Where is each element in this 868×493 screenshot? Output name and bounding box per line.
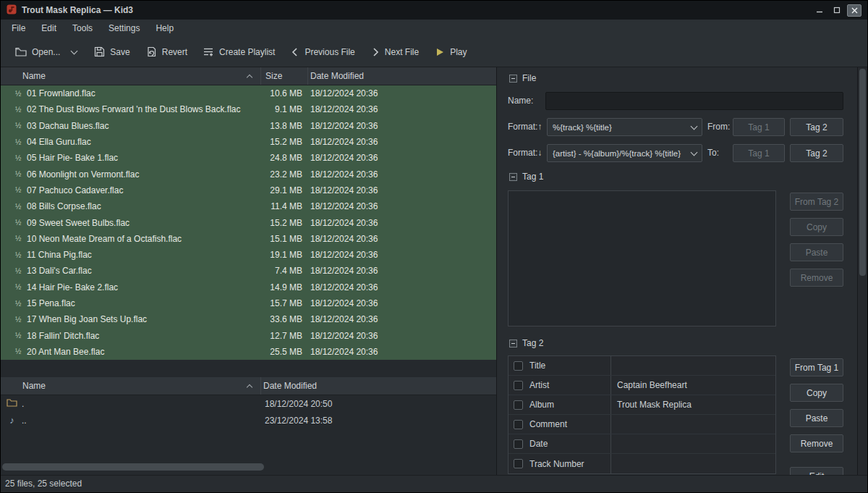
file-row[interactable]: ½ 03 Dachau Blues.flac 13.8 MB 18/12/202… [1, 118, 496, 134]
date-checkbox[interactable] [514, 439, 523, 449]
save-button[interactable]: Save [90, 42, 134, 62]
file-name: 01 Frownland.flac [27, 88, 95, 98]
file-size: 7.4 MB [261, 266, 308, 276]
open-dropdown-button[interactable] [66, 46, 82, 58]
remove-button[interactable]: Remove [790, 434, 843, 452]
title-value[interactable] [611, 356, 775, 375]
to-tag-2-button[interactable]: Tag 2 [790, 144, 843, 162]
album-value[interactable]: Trout Mask Replica [611, 395, 775, 414]
file-row[interactable]: ½ 02 The Dust Blows Forward 'n the Dust … [1, 101, 496, 117]
tag-state-icon: ½ [15, 283, 27, 291]
remove-button: Remove [790, 269, 843, 287]
file-modified: 18/12/2024 20:36 [308, 218, 496, 228]
dir-row[interactable]: . 18/12/2024 20:50 [1, 395, 496, 412]
file-modified: 18/12/2024 20:36 [308, 331, 496, 341]
close-button[interactable] [847, 4, 861, 17]
file-modified: 18/12/2024 20:36 [308, 234, 496, 244]
tag-state-icon: ½ [15, 138, 27, 146]
file-row[interactable]: ½ 09 Sweet Sweet Bulbs.flac 15.2 MB 18/1… [1, 214, 496, 230]
revert-icon [146, 46, 157, 57]
file-row[interactable]: ½ 05 Hair Pie- Bake 1.flac 24.8 MB 18/12… [1, 150, 496, 166]
title-checkbox[interactable] [514, 361, 523, 371]
file-row[interactable]: ½ 07 Pachuco Cadaver.flac 29.1 MB 18/12/… [1, 182, 496, 198]
column-header-size[interactable]: Size [261, 67, 308, 85]
format-to-filename-combo[interactable]: {artist} - %{album}/%{track} %{title} [547, 144, 702, 162]
horizontal-scrollbar-thumb[interactable] [2, 463, 264, 471]
toolbar: Open... Save Revert Create Playlist Pre [1, 37, 867, 67]
horizontal-scrollbar[interactable] [1, 463, 495, 471]
column-header-modified[interactable]: Date Modified [261, 377, 496, 395]
album-checkbox[interactable] [514, 400, 523, 410]
vertical-scrollbar[interactable] [857, 67, 867, 475]
file-name: 07 Pachuco Cadaver.flac [27, 185, 123, 195]
minimize-button[interactable] [812, 4, 827, 17]
file-name: 14 Hair Pie- Bake 2.flac [27, 282, 118, 292]
album-label: Album [529, 400, 554, 410]
menu-file[interactable]: File [4, 20, 33, 37]
previous-file-button[interactable]: Previous File [286, 43, 359, 62]
paste-button[interactable]: Paste [790, 409, 843, 427]
file-row[interactable]: ½ 01 Frownland.flac 10.6 MB 18/12/2024 2… [1, 85, 496, 101]
create-playlist-button[interactable]: Create Playlist [199, 43, 279, 62]
tag-state-icon: ½ [15, 154, 27, 162]
column-header-name[interactable]: Name [1, 377, 261, 395]
tag2-section-header[interactable]: Tag 2 [509, 338, 543, 348]
comment-checkbox[interactable] [514, 420, 523, 429]
file-row[interactable]: ½ 20 Ant Man Bee.flac 25.5 MB 18/12/2024… [1, 344, 496, 360]
copy-button[interactable]: Copy [790, 384, 843, 402]
file-row[interactable]: ½ 06 Moonlight on Vermont.flac 23.2 MB 1… [1, 166, 496, 182]
file-size: 12.7 MB [261, 331, 308, 341]
collapse-icon[interactable] [509, 173, 517, 181]
track-number-checkbox[interactable] [514, 459, 523, 468]
file-row[interactable]: ½ 13 Dali's Car.flac 7.4 MB 18/12/2024 2… [1, 263, 496, 279]
file-row[interactable]: ½ 18 Fallin' Ditch.flac 12.7 MB 18/12/20… [1, 327, 496, 343]
format-from-filename-combo[interactable]: %{track} %{title} [547, 118, 702, 136]
tag1-fields-area [508, 190, 776, 326]
file-size: 15.7 MB [261, 298, 308, 308]
menu-edit[interactable]: Edit [33, 20, 64, 37]
date-value[interactable] [611, 434, 775, 453]
vertical-scrollbar-thumb[interactable] [859, 69, 866, 276]
filename-input[interactable] [545, 92, 843, 110]
file-size: 25.5 MB [261, 347, 308, 357]
file-row[interactable]: ½ 08 Bills Corpse.flac 11.4 MB 18/12/202… [1, 198, 496, 214]
file-row[interactable]: ½ 17 When Big Joan Sets Up.flac 33.6 MB … [1, 311, 496, 327]
maximize-button[interactable] [830, 4, 844, 17]
comment-value[interactable] [611, 415, 775, 434]
column-header-modified[interactable]: Date Modified [308, 67, 496, 85]
file-modified: 18/12/2024 20:36 [308, 169, 496, 180]
tag1-section-header[interactable]: Tag 1 [509, 172, 543, 182]
menu-help[interactable]: Help [148, 20, 182, 37]
menu-settings[interactable]: Settings [101, 20, 148, 37]
save-icon [94, 46, 105, 57]
column-header-name[interactable]: Name [1, 67, 261, 85]
file-row[interactable]: ½ 15 Pena.flac 15.7 MB 18/12/2024 20:36 [1, 295, 496, 311]
play-button[interactable]: Play [430, 43, 471, 62]
file-modified: 18/12/2024 20:36 [308, 266, 496, 276]
artist-checkbox[interactable] [514, 381, 523, 390]
from-tag-2-button[interactable]: Tag 2 [790, 118, 843, 136]
music-note-icon: ♪ [7, 415, 17, 426]
tag2-field-row: Album Trout Mask Replica [509, 395, 775, 415]
tag-state-icon: ½ [15, 122, 27, 130]
dir-name: . [22, 399, 24, 409]
next-file-button[interactable]: Next File [367, 43, 423, 62]
file-row[interactable]: ½ 14 Hair Pie- Bake 2.flac 14.9 MB 18/12… [1, 279, 496, 295]
dir-row[interactable]: ♪ .. 23/12/2024 13:58 [1, 412, 496, 429]
tag-state-icon: ½ [15, 347, 27, 355]
menu-tools[interactable]: Tools [64, 20, 101, 37]
title-label: Title [529, 361, 545, 371]
file-modified: 18/12/2024 20:36 [308, 314, 496, 324]
file-row[interactable]: ½ 04 Ella Guru.flac 15.2 MB 18/12/2024 2… [1, 134, 496, 150]
track-number-value[interactable] [611, 454, 775, 473]
revert-button[interactable]: Revert [142, 42, 192, 62]
file-row[interactable]: ½ 11 China Pig.flac 19.1 MB 18/12/2024 2… [1, 247, 496, 263]
collapse-icon[interactable] [509, 75, 517, 83]
edit-button[interactable]: Edit [790, 467, 843, 475]
collapse-icon[interactable] [509, 340, 517, 347]
file-section-header[interactable]: File [509, 73, 536, 83]
file-row[interactable]: ½ 10 Neon Meate Dream of a Octafish.flac… [1, 231, 496, 247]
artist-value[interactable]: Captain Beefheart [611, 376, 775, 395]
open-button[interactable]: Open... [11, 43, 64, 62]
from-tag-1-button[interactable]: From Tag 1 [790, 358, 843, 376]
